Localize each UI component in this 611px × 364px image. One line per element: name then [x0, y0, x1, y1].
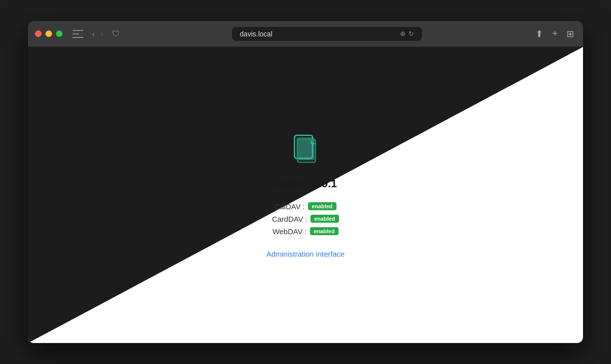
toolbar-right: ⬆ + ⊞ [534, 27, 576, 40]
title-bar: ‹ › 🛡 davis.local ⊕ ↻ ⬆ + ⊞ [28, 21, 583, 47]
browser-window: ‹ › 🛡 davis.local ⊕ ↻ ⬆ + ⊞ [28, 21, 583, 343]
carddav-label: CardDAV : [272, 215, 308, 223]
new-tab-button[interactable]: + [550, 27, 560, 40]
center-content: Davis v1.9.1 CalDAV : enabled CardDAV : … [28, 47, 583, 343]
sidebar-toggle-button[interactable] [72, 30, 84, 38]
url-bar-wrapper: davis.local ⊕ ↻ [124, 27, 530, 41]
traffic-lights [35, 30, 62, 37]
share-button[interactable]: ⬆ [534, 27, 545, 40]
minimize-button[interactable] [46, 30, 52, 37]
caldav-badge: enabled [308, 202, 337, 210]
tab-overview-button[interactable]: ⊞ [564, 27, 576, 40]
app-logo [290, 132, 320, 169]
url-bar[interactable]: davis.local ⊕ ↻ [232, 27, 422, 41]
status-list: CalDAV : enabled CardDAV : enabled WebDA… [272, 202, 339, 236]
close-button[interactable] [35, 30, 42, 37]
page-content: Davis v1.9.1 CalDAV : enabled CardDAV : … [28, 47, 583, 343]
webdav-label: WebDAV : [272, 227, 307, 236]
app-title: Davis v1.9.1 [274, 177, 337, 190]
shield-icon[interactable]: 🛡 [112, 29, 120, 38]
webdav-status-row: WebDAV : enabled [272, 227, 338, 236]
reload-icon[interactable]: ↻ [408, 30, 414, 37]
nav-arrows: ‹ › [90, 28, 106, 39]
url-text: davis.local [240, 30, 272, 38]
carddav-status-row: CardDAV : enabled [272, 215, 339, 223]
caldav-status-row: CalDAV : enabled [274, 202, 336, 211]
forward-button[interactable]: › [98, 28, 106, 39]
caldav-label: CalDAV : [274, 202, 305, 211]
webdav-badge: enabled [310, 227, 339, 235]
url-bar-icons: ⊕ ↻ [400, 30, 414, 37]
admin-link[interactable]: Administration interface [266, 250, 345, 258]
translate-icon: ⊕ [400, 30, 406, 37]
back-button[interactable]: ‹ [90, 28, 97, 39]
carddav-badge: enabled [310, 215, 340, 223]
maximize-button[interactable] [56, 30, 62, 37]
